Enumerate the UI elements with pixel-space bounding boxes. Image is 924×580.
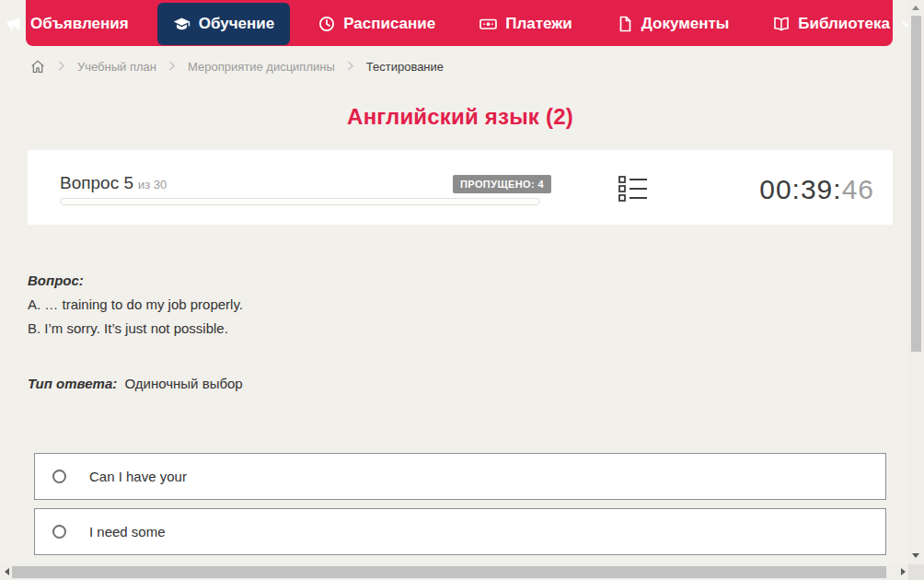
answer-type-row: Тип ответа: Одиночный выбор (28, 372, 856, 396)
breadcrumb-discipline-events[interactable]: Мероприятие дисциплины (188, 60, 335, 74)
nav-item-documents[interactable]: Документы (601, 3, 745, 45)
scroll-right-arrow-icon[interactable] (901, 568, 906, 575)
timer: 00:39:46 (759, 174, 874, 205)
breadcrumb-curriculum[interactable]: Учебный план (77, 60, 156, 74)
breadcrumb: Учебный план Мероприятие дисциплины Тест… (29, 56, 444, 76)
clock-icon (318, 16, 335, 32)
question-list-icon (618, 189, 648, 204)
nav-item-label: Объявления (30, 15, 129, 33)
skipped-badge: ПРОПУЩЕНО: 4 (453, 175, 551, 193)
nav-item-label: Библиотека (798, 15, 890, 33)
radio-button[interactable] (52, 470, 66, 483)
answer-type-value: Одиночный выбор (124, 376, 242, 391)
scrollbar-corner (908, 564, 924, 580)
question-line-a: A. … training to do my job properly. (28, 293, 856, 317)
home-icon[interactable] (29, 58, 46, 75)
vertical-scrollbar[interactable] (908, 0, 924, 564)
nav-item-label: Расписание (343, 15, 435, 33)
nav-item-announcements[interactable]: Объявления (0, 3, 144, 45)
graduation-cap-icon (173, 16, 191, 32)
timer-hours-minutes: 00:39: (759, 174, 841, 204)
answer-option-1[interactable]: Can I have your (34, 453, 886, 500)
book-icon (773, 16, 790, 32)
breadcrumb-testing: Тестирование (366, 60, 444, 74)
page-title: Английский язык (2) (0, 104, 920, 130)
timer-seconds: 46 (842, 174, 874, 204)
nav-item-label: Платежи (505, 15, 572, 33)
vertical-scrollbar-thumb[interactable] (911, 16, 921, 352)
question-line-b: B. I’m sorry. It’s just not possible. (28, 317, 856, 341)
radio-button[interactable] (52, 525, 66, 539)
nav-item-learning[interactable]: Обучение (157, 3, 290, 45)
chevron-right-icon (347, 60, 354, 74)
document-icon (617, 16, 633, 32)
nav-item-library[interactable]: Библиотека (757, 3, 924, 45)
question-total: из 30 (138, 178, 167, 191)
nav-item-payments[interactable]: Платежи (464, 3, 588, 45)
banknote-icon (479, 16, 497, 32)
progress-bar (60, 198, 540, 205)
nav-item-label: Документы (641, 15, 730, 33)
chevron-right-icon (168, 60, 176, 74)
scroll-up-arrow-icon[interactable] (912, 6, 919, 10)
question-list-button[interactable] (618, 176, 648, 205)
question-number: Вопрос 5из 30 (60, 173, 167, 193)
nav-item-label: Обучение (199, 15, 274, 33)
top-navbar: Объявления Обучение Расписание Платежи Д… (26, 0, 893, 46)
horizontal-scrollbar-thumb[interactable] (12, 566, 886, 578)
question-body: Вопрос: A. … training to do my job prope… (28, 269, 856, 396)
question-prompt-label: Вопрос: (28, 269, 856, 293)
answer-option-label: I need some (89, 524, 166, 539)
answer-option-2[interactable]: I need some (34, 508, 886, 555)
megaphone-icon (6, 16, 22, 32)
nav-item-schedule[interactable]: Расписание (303, 3, 451, 45)
answer-option-label: Can I have your (89, 469, 187, 484)
answer-type-label: Тип ответа: (28, 376, 117, 391)
scroll-down-arrow-icon[interactable] (912, 553, 919, 558)
question-header-card: Вопрос 5из 30 ПРОПУЩЕНО: 4 00:39:46 (28, 150, 893, 225)
scroll-left-arrow-icon[interactable] (5, 568, 9, 575)
horizontal-scrollbar[interactable] (0, 564, 908, 580)
chevron-right-icon (58, 60, 65, 74)
